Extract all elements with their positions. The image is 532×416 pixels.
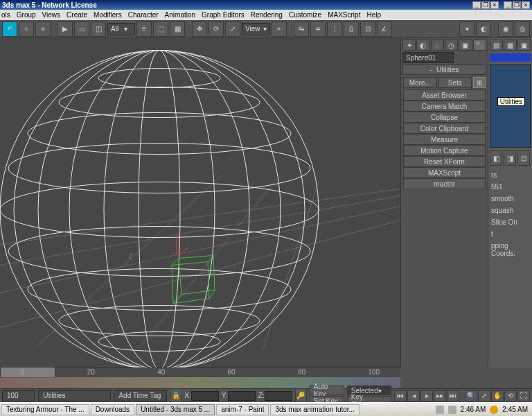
menu-group[interactable]: Group bbox=[17, 11, 36, 19]
select-window-button[interactable]: ◫ bbox=[91, 21, 106, 37]
task-item[interactable]: Downloads bbox=[91, 404, 134, 415]
link-button[interactable]: ⎀ bbox=[19, 21, 34, 37]
select-region-button[interactable]: ▭ bbox=[74, 21, 89, 37]
zoom-all-button[interactable]: ⤢ bbox=[478, 390, 490, 401]
tray-icon[interactable] bbox=[436, 406, 444, 414]
move-button[interactable]: ✥ bbox=[192, 21, 207, 37]
menu-create[interactable]: Create bbox=[66, 11, 87, 19]
rotate-button[interactable]: ⟳ bbox=[209, 21, 224, 37]
task-item[interactable]: anim-7 - Paint bbox=[216, 404, 269, 415]
restore-button[interactable]: ❐ bbox=[481, 1, 490, 9]
svg-line-27 bbox=[172, 259, 179, 266]
par-mapping: pping Coords. bbox=[491, 242, 529, 257]
orbit-button[interactable]: ⟲ bbox=[504, 390, 517, 401]
util-asset-browser[interactable]: Asset Browser bbox=[403, 89, 486, 101]
mirror-button[interactable]: ⇋ bbox=[294, 21, 309, 37]
color-swatch[interactable] bbox=[490, 53, 531, 62]
next-frame-button[interactable]: ▸▸ bbox=[434, 390, 446, 401]
render-last-button[interactable]: ◎ bbox=[515, 21, 530, 37]
menu-customize[interactable]: Customize bbox=[289, 11, 321, 19]
select-button[interactable]: ▶ bbox=[57, 21, 73, 37]
tray-icon[interactable] bbox=[448, 406, 456, 414]
pan-button[interactable]: ✋ bbox=[491, 390, 504, 401]
util-motion-capture[interactable]: Motion Capture bbox=[403, 145, 486, 156]
menu-tools[interactable]: ols bbox=[1, 11, 10, 19]
unlink-button[interactable]: ⎆ bbox=[35, 21, 51, 37]
angle-snap-button[interactable]: ∠ bbox=[377, 21, 392, 37]
menu-animation[interactable]: Animation bbox=[165, 11, 195, 19]
selection-filter-dropdown[interactable]: All▾ bbox=[107, 23, 135, 35]
x-spinner[interactable]: X: bbox=[184, 391, 218, 401]
task-item[interactable]: Texturing Armour - The ... bbox=[1, 404, 89, 415]
outer-btn-b[interactable]: ◨ bbox=[504, 150, 516, 166]
tab-display[interactable]: ▣ bbox=[459, 40, 472, 51]
outer-btn-a[interactable]: ◧ bbox=[490, 150, 502, 166]
tab-motion[interactable]: ◷ bbox=[445, 40, 458, 51]
util-maxscript[interactable]: MAXScript bbox=[403, 167, 486, 178]
task-item[interactable]: 3ds max animation tutor... bbox=[270, 404, 360, 415]
z-spinner[interactable]: Z: bbox=[258, 391, 292, 401]
select-crossing-button[interactable]: ▦ bbox=[170, 21, 185, 37]
y-spinner[interactable]: Y: bbox=[222, 391, 256, 401]
time-slider[interactable]: 0 20406080 100 bbox=[0, 367, 400, 377]
play-button[interactable]: ▸ bbox=[420, 390, 433, 401]
util-measure[interactable]: Measure bbox=[403, 134, 486, 145]
render-button[interactable]: ◉ bbox=[498, 21, 513, 37]
menu-help[interactable]: Help bbox=[366, 11, 381, 19]
pivot-button[interactable]: ⌖ bbox=[272, 21, 287, 37]
minimize-button-outer[interactable]: _ bbox=[504, 1, 512, 9]
close-button-outer[interactable]: × bbox=[522, 1, 530, 9]
align-button[interactable]: ≑ bbox=[310, 21, 326, 37]
undo-button[interactable]: ↶ bbox=[2, 21, 17, 37]
goto-start-button[interactable]: ⏮ bbox=[394, 390, 407, 401]
smiley-icon[interactable] bbox=[490, 406, 498, 414]
more-button[interactable]: More... bbox=[403, 77, 437, 88]
add-time-tag[interactable]: Add Time Tag bbox=[114, 390, 167, 401]
scale-button[interactable]: ⤢ bbox=[225, 21, 240, 37]
snapshot-button[interactable]: ⎙ bbox=[344, 21, 359, 37]
util-reset-xform[interactable]: Reset XForm bbox=[403, 156, 486, 167]
object-name-field[interactable]: Sphere01 bbox=[402, 52, 454, 63]
minimize-button[interactable]: _ bbox=[472, 1, 481, 9]
menu-modifiers[interactable]: Modifiers bbox=[94, 11, 122, 19]
config-button[interactable]: ⊞ bbox=[473, 77, 486, 88]
sets-button[interactable]: Sets bbox=[438, 77, 472, 88]
util-camera-match[interactable]: Camera Match bbox=[403, 101, 486, 112]
tab-modify[interactable]: ◐ bbox=[416, 40, 429, 51]
select-rect-button[interactable]: ⬚ bbox=[153, 21, 168, 37]
tab-create[interactable]: ✦ bbox=[402, 40, 416, 51]
util-reactor[interactable]: reactor bbox=[403, 178, 486, 189]
goto-end-button[interactable]: ⏭ bbox=[447, 390, 459, 401]
named-sel-button[interactable]: ▾ bbox=[459, 21, 475, 37]
menu-graph-editors[interactable]: Graph Editors bbox=[202, 11, 245, 19]
lock-icon[interactable]: 🔒 bbox=[170, 388, 181, 404]
auto-key-button[interactable]: Auto Key bbox=[310, 385, 344, 395]
tab-utilities[interactable]: 🔨 bbox=[473, 40, 486, 51]
menu-rendering[interactable]: Rendering bbox=[251, 11, 283, 19]
util-color-clipboard[interactable]: Color Clipboard bbox=[403, 123, 486, 134]
snap-button[interactable]: ⊡ bbox=[360, 21, 375, 37]
select-by-name-button[interactable]: ≡ bbox=[136, 21, 152, 37]
outer-tab-3[interactable]: ▣ bbox=[517, 40, 531, 51]
ref-coord-dropdown[interactable]: View▾ bbox=[242, 23, 270, 35]
close-button[interactable]: × bbox=[490, 1, 499, 9]
util-collapse[interactable]: Collapse bbox=[403, 112, 486, 123]
menu-maxscript[interactable]: MAXScript bbox=[328, 11, 360, 19]
outer-tab-2[interactable]: ▦ bbox=[504, 40, 517, 51]
zoom-button[interactable]: 🔍 bbox=[465, 390, 477, 401]
outer-tab-1[interactable]: ▤ bbox=[490, 40, 503, 51]
task-item[interactable]: Untitled - 3ds max 5 ... bbox=[136, 404, 215, 415]
key-icon[interactable]: 🔑 bbox=[295, 388, 307, 404]
par-squash: squash bbox=[491, 207, 529, 214]
perspective-viewport[interactable]: z bbox=[0, 38, 400, 367]
minmax-button[interactable]: ⛶ bbox=[517, 390, 530, 401]
menu-views[interactable]: Views bbox=[42, 11, 61, 19]
outer-btn-c[interactable]: ⊡ bbox=[517, 150, 530, 166]
material-button[interactable]: ◐ bbox=[476, 21, 491, 37]
restore-button-outer[interactable]: ❐ bbox=[513, 1, 521, 9]
utilities-rollout-header[interactable]: -Utilities bbox=[402, 64, 486, 75]
prev-frame-button[interactable]: ◂ bbox=[407, 390, 420, 401]
array-button[interactable]: ⋮ bbox=[327, 21, 342, 37]
menu-character[interactable]: Character bbox=[128, 11, 159, 19]
tab-hierarchy[interactable]: ⛬ bbox=[431, 40, 444, 51]
